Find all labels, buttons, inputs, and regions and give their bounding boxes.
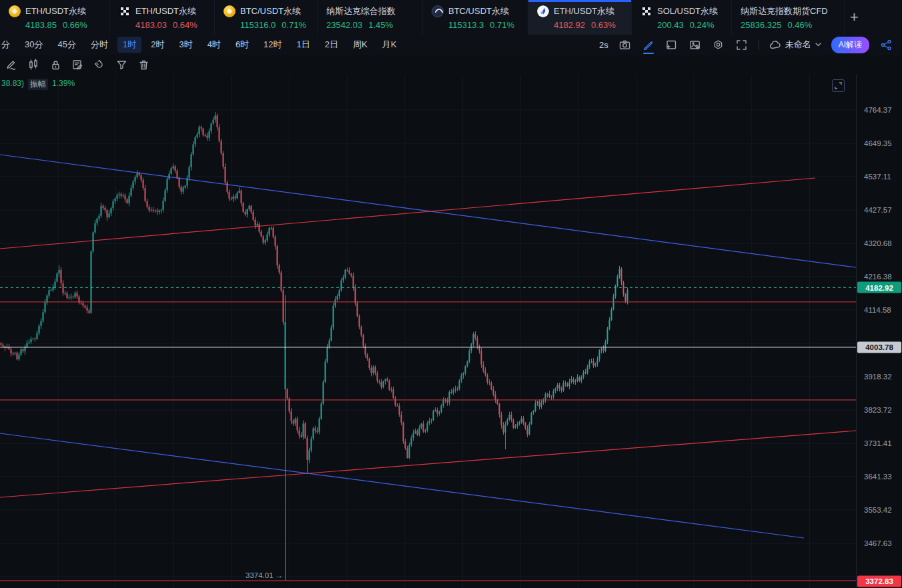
- amplitude-value: 1.39%: [52, 79, 75, 90]
- tab-symbol-label: 纳斯达克指数期货CFD: [741, 5, 828, 17]
- chart-area[interactable]: 3374.01 → 38.83) 振幅 1.39%: [0, 75, 856, 588]
- tab-quote: 4183.030.64%: [119, 20, 207, 30]
- image-export-icon[interactable]: [689, 38, 702, 51]
- axis-tick: 4114.58: [864, 306, 891, 314]
- timeframe-分时[interactable]: 分时: [85, 37, 113, 53]
- cloud-icon: [769, 40, 781, 49]
- tab-symbol-label: SOL/USDT永续: [657, 5, 718, 17]
- tab-price: 115313.3: [448, 20, 484, 30]
- candlestick-chart: 3374.01 →: [0, 75, 856, 588]
- axis-tick: 4537.11: [864, 173, 891, 181]
- timeframe-2日[interactable]: 2日: [320, 37, 344, 53]
- maximize-pane-icon[interactable]: [832, 79, 845, 92]
- tab-symbol-label: ETH/USDT永续: [135, 5, 196, 17]
- tab-bar: ETH/USDT永续4183.850.66%ETH/USDT永续4183.030…: [0, 0, 902, 35]
- tab-change: 0.66%: [63, 20, 87, 30]
- timeframe-3时[interactable]: 3时: [173, 37, 197, 53]
- tab-price: 115316.0: [240, 20, 276, 30]
- drawings-list-icon[interactable]: [69, 57, 85, 73]
- timeframe-12时[interactable]: 12时: [258, 37, 287, 53]
- tab-symbol-label: ETH/USDT永续: [554, 5, 614, 17]
- timeframe-45分[interactable]: 45分: [52, 37, 81, 53]
- tab-quote: 23542.031.45%: [326, 20, 416, 30]
- lock-icon[interactable]: [47, 57, 63, 73]
- timeframe-分[interactable]: 分: [0, 37, 15, 53]
- ohlc-change-value: 38.83): [1, 79, 24, 90]
- symbol-tab[interactable]: BTC/USDT永续115313.30.71%: [423, 0, 528, 35]
- tab-change: 0.71%: [282, 20, 306, 30]
- tab-quote: 115316.00.71%: [223, 20, 310, 30]
- trash-icon[interactable]: [135, 57, 151, 73]
- timeframe-list: 分30分45分分时1时2时3时4时6时12时1日2日周K月K: [0, 37, 404, 53]
- axis-tick: 4649.35: [864, 139, 892, 147]
- tab-symbol-label: BTC/USDT永续: [448, 5, 509, 17]
- axis-tick: 4427.57: [864, 206, 892, 214]
- price-axis[interactable]: 4764.374649.354537.114427.574320.684216.…: [856, 75, 902, 588]
- compare-add-icon[interactable]: [665, 38, 679, 51]
- tab-change: 0.63%: [591, 20, 616, 30]
- add-symbol-button[interactable]: +: [845, 9, 864, 26]
- timeframe-1时[interactable]: 1时: [117, 37, 141, 53]
- draw-mode-icon[interactable]: [642, 38, 655, 51]
- timeframe-4时[interactable]: 4时: [202, 37, 226, 53]
- axis-tick: 3731.41: [864, 439, 892, 447]
- axis-tick: 3918.32: [864, 373, 892, 381]
- tab-price: 23542.03: [326, 20, 362, 30]
- main-toolbar: 分30分45分分时1时2时3时4时6时12时1日2日周K月K 2s: [0, 35, 902, 55]
- svg-text:3374.01 →: 3374.01 →: [246, 571, 283, 579]
- pencil-draw-icon[interactable]: [3, 57, 19, 73]
- cloud-save-control[interactable]: 未命名: [769, 39, 821, 51]
- dark-coin-icon: [432, 5, 444, 17]
- replay-speed-label: 2s: [599, 40, 608, 50]
- tab-symbol-label: BTC/USDT永续: [240, 5, 301, 17]
- tab-price: 4183.03: [135, 20, 167, 30]
- symbol-tab[interactable]: SOL/USDT永续200.430.24%: [632, 0, 732, 35]
- symbol-tab[interactable]: BTC/USDT永续115316.00.71%: [215, 0, 318, 35]
- timeframe-6时[interactable]: 6时: [230, 37, 254, 53]
- gold-coin-icon: [223, 5, 236, 17]
- okx-exchange-icon: [119, 5, 131, 17]
- tab-price: 4182.92: [554, 20, 585, 30]
- axis-tick: 3823.72: [864, 406, 892, 414]
- gold-coin-icon: [9, 5, 21, 17]
- ai-analyze-button[interactable]: AI解读: [831, 37, 869, 53]
- symbol-tab[interactable]: ETH/USDT永续4183.030.64%: [110, 0, 215, 35]
- tab-change: 1.45%: [368, 20, 393, 30]
- tab-quote: 4182.920.63%: [537, 20, 624, 30]
- filter-icon[interactable]: [113, 57, 129, 73]
- symbol-tab[interactable]: ETH/USDT永续4183.850.66%: [0, 0, 110, 35]
- tab-change: 0.64%: [173, 20, 197, 30]
- axis-tick: 3553.42: [864, 506, 892, 514]
- price-badge-neutral: 4003.78: [857, 341, 901, 353]
- timeframe-30分[interactable]: 30分: [19, 37, 48, 53]
- candle-style-icon[interactable]: [25, 57, 41, 73]
- tab-quote: 115313.30.71%: [432, 20, 521, 30]
- settings-gear-icon[interactable]: [712, 38, 725, 51]
- axis-tick: 3641.33: [864, 473, 892, 481]
- timeframe-周K[interactable]: 周K: [348, 37, 373, 53]
- timeframe-月K[interactable]: 月K: [377, 37, 402, 53]
- tab-quote: 25836.3250.46%: [741, 20, 837, 30]
- axis-tick: 4216.38: [864, 273, 892, 281]
- symbol-tab[interactable]: 纳斯达克综合指数23542.031.45%: [318, 0, 423, 35]
- toolbar-right: 2s 未命名 AI: [599, 37, 902, 53]
- symbol-tab[interactable]: 纳斯达克指数期货CFD25836.3250.46%: [732, 0, 845, 35]
- timeframe-1日[interactable]: 1日: [292, 37, 316, 53]
- share-icon[interactable]: [879, 38, 893, 51]
- drawing-toolbar: [0, 55, 902, 75]
- toolbar-divider: [759, 39, 759, 50]
- tab-quote: 200.430.24%: [640, 20, 725, 30]
- tab-change: 0.46%: [787, 20, 812, 30]
- tab-price: 4183.85: [25, 20, 57, 30]
- camera-icon[interactable]: [618, 38, 632, 51]
- htx-exchange-icon: [537, 5, 549, 17]
- tab-price: 200.43: [657, 20, 684, 30]
- price-badge-current: 4182.92: [857, 282, 901, 293]
- tab-symbol-label: 纳斯达克综合指数: [326, 5, 396, 17]
- ohlc-info-bar: 38.83) 振幅 1.39%: [1, 79, 75, 90]
- fullscreen-icon[interactable]: [735, 38, 749, 51]
- tab-quote: 4183.850.66%: [9, 20, 103, 30]
- timeframe-2时[interactable]: 2时: [145, 37, 169, 53]
- symbol-tab[interactable]: ETH/USDT永续4182.920.63%: [528, 0, 632, 35]
- magnet-icon[interactable]: [91, 57, 107, 73]
